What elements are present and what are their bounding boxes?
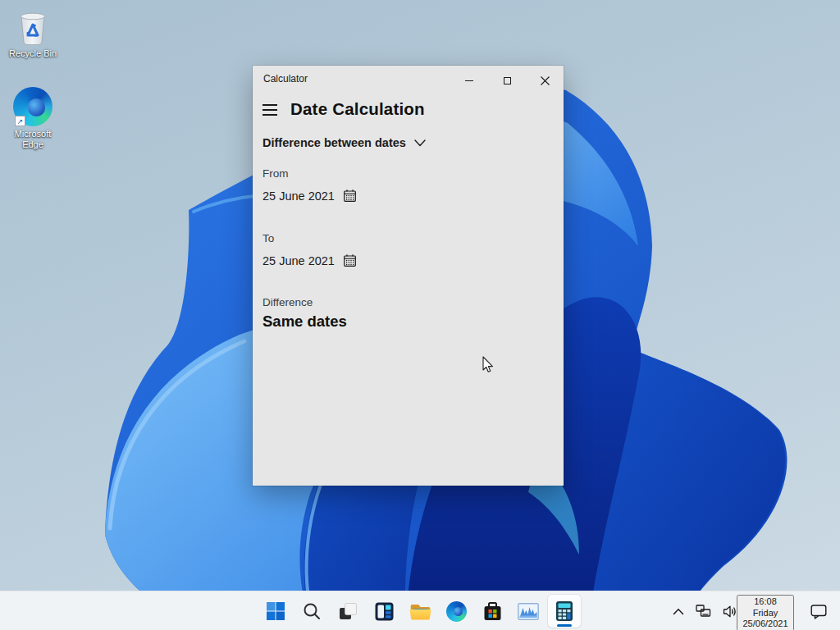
from-date-value: 25 June 2021 [262,189,335,203]
clock-time: 16:08 [738,596,792,608]
hamburger-icon [262,104,277,106]
search-icon [302,601,322,621]
edge-icon: ↗ [13,87,52,126]
desktop-icon-label: Recycle Bin [9,48,57,59]
chevron-down-icon [414,139,426,147]
menu-button[interactable] [262,104,277,116]
close-button[interactable] [526,66,564,95]
to-date-picker[interactable]: 25 June 2021 [262,253,357,267]
calculator-button[interactable] [548,595,581,628]
desktop-icon-microsoft-edge[interactable]: ↗ Microsoft Edge [3,87,62,150]
desktop-icon-recycle-bin[interactable]: Recycle Bin [3,8,62,59]
edge-icon [446,601,467,622]
microsoft-store-icon [482,601,503,622]
task-view-icon [338,601,358,622]
microsoft-store-button[interactable] [476,595,509,628]
window-titlebar[interactable]: Calculator [253,66,564,95]
taskbar-clock[interactable]: 16:08 Friday 25/06/2021 [737,595,794,630]
system-tray [671,591,739,630]
taskbar: 16:08 Friday 25/06/2021 [0,591,840,630]
calculator-icon [555,600,573,622]
calculator-window: Calculator Date Calculation Difference b… [253,66,564,486]
clock-day: Friday [738,608,792,619]
from-label: From [262,167,289,180]
window-title: Calculator [263,73,308,84]
chevron-up-icon [673,608,684,615]
page-title: Date Calculation [290,99,425,119]
recycle-bin-icon [16,8,50,46]
calendar-icon [343,253,357,267]
shortcut-arrow-icon: ↗ [15,116,25,126]
mouse-cursor [482,356,494,373]
task-view-button[interactable] [331,595,364,628]
minimize-button[interactable] [450,66,488,95]
from-date-picker[interactable]: 25 June 2021 [262,189,357,203]
minimize-icon [465,80,473,81]
task-manager-icon [518,603,539,620]
tray-chevron-button[interactable] [671,606,686,617]
to-date-value: 25 June 2021 [262,254,335,267]
taskbar-app-group [259,595,581,628]
search-button[interactable] [295,595,328,628]
windows-start-icon [266,601,285,621]
difference-result: Same dates [262,313,347,331]
start-button[interactable] [259,595,292,628]
date-mode-selector[interactable]: Difference between dates [262,136,426,149]
clock-date: 25/06/2021 [738,619,792,630]
notification-bubble-icon [810,604,827,619]
mode-label: Difference between dates [262,136,406,149]
maximize-icon [504,77,511,84]
network-ethernet-icon [696,605,711,618]
close-icon [541,76,550,85]
difference-label: Difference [262,296,313,308]
calendar-icon [343,189,357,203]
maximize-button[interactable] [488,66,526,95]
widgets-button[interactable] [368,595,400,628]
speaker-icon [723,605,737,618]
file-explorer-button[interactable] [404,595,436,628]
window-controls [450,66,564,95]
widgets-icon [374,601,395,622]
desktop-icon-label: Microsoft Edge [8,129,57,150]
to-label: To [262,232,274,244]
file-explorer-icon [409,602,431,621]
desktop: Recycle Bin ↗ Microsoft Edge Calculator [0,0,840,630]
task-manager-button[interactable] [512,595,545,628]
edge-button[interactable] [440,595,472,628]
notification-center-button[interactable] [810,591,827,630]
network-button[interactable] [694,603,713,619]
